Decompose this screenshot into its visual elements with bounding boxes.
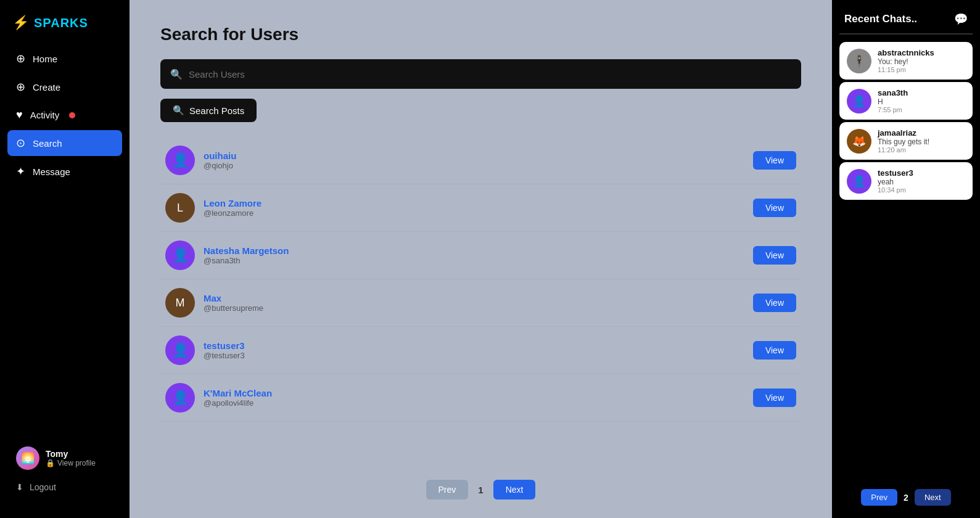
- view-button[interactable]: View: [753, 199, 796, 217]
- sidebar-item-create[interactable]: ⊕ Create: [7, 74, 122, 100]
- search-input-wrapper: 🔍: [160, 59, 801, 89]
- avatar: L: [165, 193, 195, 223]
- avatar: M: [165, 288, 195, 318]
- user-handle: @leonzamore: [204, 208, 261, 218]
- divider: [839, 33, 973, 35]
- user-name: Max: [204, 293, 263, 303]
- logout-icon: ⬇: [16, 482, 23, 492]
- nav-menu: ⊕ Home ⊕ Create ♥ Activity ⊙ Search ✦ Me…: [0, 46, 130, 440]
- notification-badge: [69, 112, 75, 118]
- view-button[interactable]: View: [753, 246, 796, 265]
- table-row: 👤 testuser3 @testuser3 View: [160, 327, 801, 374]
- view-button[interactable]: View: [753, 294, 796, 312]
- chat-preview: yeah: [878, 178, 965, 186]
- chat-preview: This guy gets it!: [878, 138, 965, 146]
- user-handle: @buttersupreme: [204, 303, 263, 313]
- user-handle: @apollovi4life: [204, 398, 272, 408]
- recent-chats-header: Recent Chats.. 💬: [839, 12, 973, 31]
- user-name: K'Mari McClean: [204, 388, 272, 398]
- username: Tomy: [46, 449, 96, 459]
- user-profile[interactable]: 🌅 Tomy 🔒 View profile: [7, 440, 122, 476]
- avatar-placeholder: 👤: [165, 240, 195, 270]
- table-row: M Max @buttersupreme View: [160, 279, 801, 327]
- chat-icon: 💬: [954, 12, 968, 26]
- list-item[interactable]: 🦊 jamaalriaz This guy gets it! 11:20 am: [839, 122, 973, 160]
- user-row-left: 👤 K'Mari McClean @apollovi4life: [165, 383, 272, 413]
- lightning-icon: ⚡: [12, 15, 29, 31]
- main-content: Search for Users 🔍 🔍 Search Posts 👤 ouih…: [130, 0, 832, 518]
- chat-avatar: 🦊: [847, 129, 871, 154]
- view-profile-link[interactable]: 🔒 View profile: [46, 459, 96, 467]
- search-posts-button[interactable]: 🔍 Search Posts: [160, 99, 257, 122]
- sidebar-item-search[interactable]: ⊙ Search: [7, 130, 122, 156]
- chat-prev-button[interactable]: Prev: [861, 489, 897, 506]
- right-sidebar: Recent Chats.. 💬 🕴 abstractnnicks You: h…: [832, 0, 980, 518]
- chat-info: jamaalriaz This guy gets it! 11:20 am: [878, 128, 965, 154]
- user-handle: @qiohjo: [204, 161, 236, 170]
- user-row-left: 👤 Natesha Margetson @sana3th: [165, 240, 289, 270]
- search-icon: ⊙: [16, 136, 25, 150]
- chat-time: 11:15 pm: [878, 66, 965, 73]
- page-number: 1: [476, 485, 485, 495]
- view-button[interactable]: View: [753, 388, 796, 407]
- avatar-placeholder: 👤: [165, 146, 195, 175]
- chat-name: abstractnnicks: [878, 48, 965, 57]
- user-row-left: M Max @buttersupreme: [165, 288, 263, 318]
- app-name: SPARKS: [34, 16, 88, 30]
- chat-preview: You: hey!: [878, 57, 965, 66]
- user-row-info: K'Mari McClean @apollovi4life: [204, 388, 272, 408]
- search-input-icon: 🔍: [170, 68, 183, 80]
- sidebar-item-message[interactable]: ✦ Message: [7, 158, 122, 184]
- lock-icon: 🔒: [46, 459, 55, 467]
- sidebar-item-label: Activity: [30, 110, 60, 120]
- chat-list: 🕴 abstractnnicks You: hey! 11:15 pm 👤 sa…: [839, 42, 973, 480]
- chat-page-number: 2: [904, 493, 908, 503]
- list-item[interactable]: 🕴 abstractnnicks You: hey! 11:15 pm: [839, 42, 973, 80]
- avatar: 👤: [165, 146, 195, 175]
- create-icon: ⊕: [16, 80, 25, 94]
- chat-name: sana3th: [878, 88, 965, 97]
- chat-avatar: 👤: [847, 169, 871, 194]
- chat-info: testuser3 yeah 10:34 pm: [878, 168, 965, 194]
- view-button[interactable]: View: [753, 151, 796, 170]
- search-input[interactable]: [189, 69, 791, 80]
- avatar-placeholder: 👤: [165, 335, 195, 365]
- chat-next-button[interactable]: Next: [915, 489, 951, 506]
- user-list: 👤 ouihaiu @qiohjo View L Leon Zamore @le…: [160, 137, 801, 467]
- user-row-info: Natesha Margetson @sana3th: [204, 245, 289, 265]
- sidebar-item-home[interactable]: ⊕ Home: [7, 46, 122, 72]
- chat-time: 7:55 pm: [878, 106, 965, 113]
- user-handle: @sana3th: [204, 256, 289, 265]
- chat-info: sana3th H 7:55 pm: [878, 88, 965, 113]
- avatar: 👤: [165, 335, 195, 365]
- user-row-info: testuser3 @testuser3: [204, 340, 245, 360]
- message-icon: ✦: [16, 165, 25, 178]
- avatar: 👤: [165, 383, 195, 413]
- sidebar-item-activity[interactable]: ♥ Activity: [7, 102, 122, 128]
- user-row-info: Max @buttersupreme: [204, 293, 263, 313]
- activity-icon: ♥: [16, 109, 23, 121]
- chat-name: testuser3: [878, 168, 965, 178]
- logo: ⚡ SPARKS: [0, 10, 130, 46]
- user-name: testuser3: [204, 340, 245, 351]
- page-title: Search for Users: [160, 25, 801, 44]
- table-row: L Leon Zamore @leonzamore View: [160, 184, 801, 232]
- user-row-left: L Leon Zamore @leonzamore: [165, 193, 261, 223]
- view-button[interactable]: View: [753, 341, 796, 360]
- list-item[interactable]: 👤 testuser3 yeah 10:34 pm: [839, 162, 973, 200]
- sidebar-item-label: Create: [33, 82, 60, 92]
- prev-button[interactable]: Prev: [426, 480, 469, 500]
- chat-time: 10:34 pm: [878, 186, 965, 194]
- chat-avatar: 🕴: [847, 49, 871, 73]
- user-row-left: 👤 testuser3 @testuser3: [165, 335, 245, 365]
- pagination: Prev 1 Next: [160, 467, 801, 506]
- user-name: ouihaiu: [204, 150, 236, 161]
- sidebar-bottom: 🌅 Tomy 🔒 View profile ⬇ Logout: [0, 440, 130, 508]
- table-row: 👤 Natesha Margetson @sana3th View: [160, 232, 801, 279]
- sidebar-item-label: Message: [33, 166, 70, 177]
- next-button[interactable]: Next: [493, 480, 536, 500]
- search-page: Search for Users 🔍 🔍 Search Posts 👤 ouih…: [130, 0, 832, 518]
- list-item[interactable]: 👤 sana3th H 7:55 pm: [839, 82, 973, 120]
- logout-button[interactable]: ⬇ Logout: [7, 476, 122, 498]
- table-row: 👤 ouihaiu @qiohjo View: [160, 137, 801, 184]
